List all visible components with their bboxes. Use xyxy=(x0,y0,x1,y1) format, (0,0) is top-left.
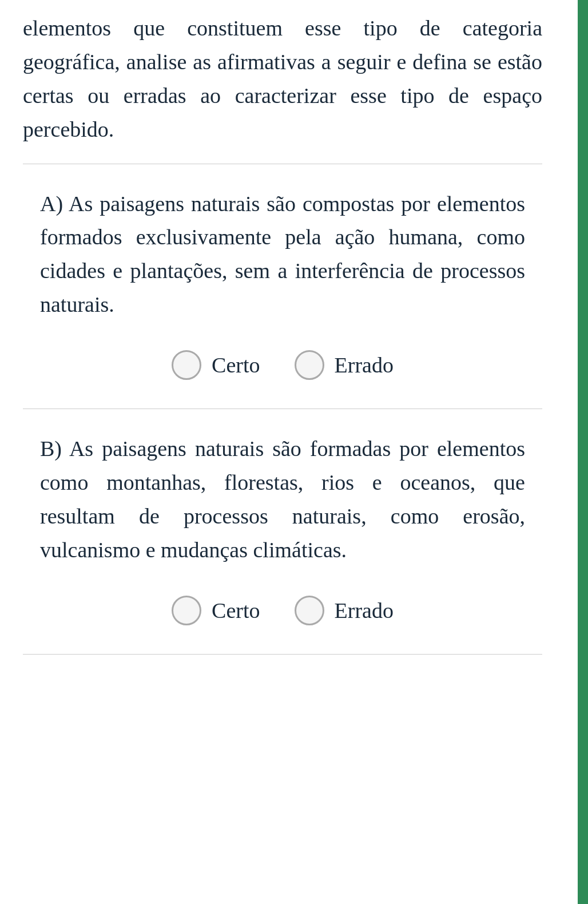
page-container: elementos que constituem esse tipo de ca… xyxy=(0,0,588,904)
content-area: elementos que constituem esse tipo de ca… xyxy=(0,0,588,904)
question-b-body: As paisagens naturais são formadas por e… xyxy=(40,437,525,562)
answer-row-b: Certo Errado xyxy=(23,590,542,637)
bottom-spacer xyxy=(23,655,542,689)
question-block-a: A) As paisagens naturais são compostas p… xyxy=(23,164,542,410)
question-a-body: As paisagens naturais são compostas por … xyxy=(40,192,525,317)
label-certo-b: Certo xyxy=(212,598,260,623)
option-errado-a[interactable]: Errado xyxy=(295,350,394,380)
question-block-b: B) As paisagens naturais são formadas po… xyxy=(23,409,542,655)
label-certo-a: Certo xyxy=(212,352,260,378)
label-errado-a: Errado xyxy=(335,352,394,378)
radio-errado-b[interactable] xyxy=(295,596,324,625)
radio-certo-a[interactable] xyxy=(172,350,201,380)
question-a-text: A) As paisagens naturais são compostas p… xyxy=(23,187,542,322)
radio-errado-a[interactable] xyxy=(295,350,324,380)
option-certo-b[interactable]: Certo xyxy=(172,596,260,625)
question-b-text: B) As paisagens naturais são formadas po… xyxy=(23,432,542,567)
green-accent-bar xyxy=(578,0,588,904)
option-errado-b[interactable]: Errado xyxy=(295,596,394,625)
question-b-label: B) xyxy=(40,437,69,461)
answer-row-a: Certo Errado xyxy=(23,344,542,391)
radio-certo-b[interactable] xyxy=(172,596,201,625)
label-errado-b: Errado xyxy=(335,598,394,623)
question-a-label: A) xyxy=(40,192,69,216)
intro-text: elementos que constituem esse tipo de ca… xyxy=(23,0,542,164)
option-certo-a[interactable]: Certo xyxy=(172,350,260,380)
